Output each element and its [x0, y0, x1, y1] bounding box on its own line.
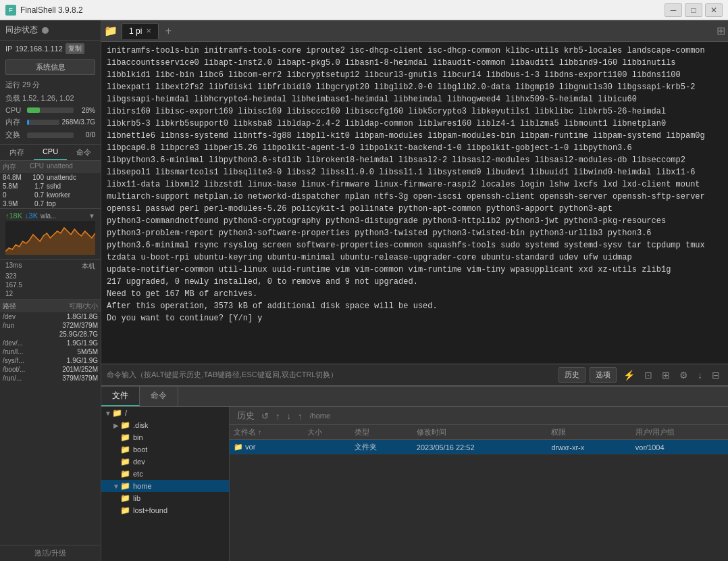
tree-item-lost-found[interactable]: 📁 lost+found: [101, 504, 229, 516]
tab-cpu[interactable]: CPU: [34, 145, 68, 160]
file-modified-cell: 2023/05/16 22:52: [413, 440, 548, 455]
terminal-tab-1[interactable]: 1 pi ✕: [122, 23, 159, 39]
terminal-line: tzdata u-boot-rpi ubuntu-keyring ubuntu-…: [107, 251, 723, 264]
terminal-line: python3-commandnotfound python3-cryptogr…: [107, 215, 723, 227]
tree-item-disk[interactable]: ▶ 📁 .disk: [101, 419, 229, 431]
tab-label: 1 pi: [129, 26, 142, 36]
mem-stat-row: 内存 268M/3.7G: [0, 116, 101, 128]
sidebar-header: 同步状态: [0, 20, 101, 41]
mem-bar-container: [27, 120, 59, 125]
col-modified[interactable]: 修改时间: [413, 425, 548, 440]
grid-view-icon[interactable]: ⊞: [717, 24, 725, 37]
history-button[interactable]: 历史: [558, 367, 586, 383]
file-table: 文件名 ↑ 大小 类型 修改时间 权限 用户/用户组: [230, 425, 728, 455]
copy-ip-button[interactable]: 复制: [66, 43, 84, 54]
col-perms[interactable]: 权限: [547, 425, 631, 440]
add-tab-button[interactable]: +: [160, 23, 176, 39]
col-owner[interactable]: 用户/用户组: [631, 425, 728, 440]
mem-label: 内存: [5, 117, 24, 127]
tree-item-lib[interactable]: 📁 lib: [101, 492, 229, 504]
disk-row[interactable]: /sys/f... 1.9G/1.9G: [0, 356, 101, 365]
download-icon-btn[interactable]: ↓: [695, 368, 705, 382]
tree-label: .disk: [133, 421, 149, 429]
tab-command[interactable]: 命令: [67, 145, 101, 160]
copy-icon-btn[interactable]: ⊡: [642, 368, 655, 382]
bottom-tabs: 文件 命令: [101, 387, 728, 407]
sidebar-tabs: 内存 CPU 命令: [0, 144, 101, 161]
lightning-icon-btn[interactable]: ⚡: [621, 368, 638, 382]
cmd-hint: 命令输入（按ALT键提示历史,TAB键路径,ESC键返回,双击CTRL切换）: [107, 370, 554, 380]
disk-row[interactable]: /boot/... 201M/252M: [0, 365, 101, 374]
ip-label: IP: [5, 45, 12, 53]
minimize-button[interactable]: ─: [665, 3, 682, 17]
process-row[interactable]: 5.8M 1.7 sshd: [0, 182, 101, 191]
disk-row[interactable]: 25.9G/28.7G: [0, 330, 101, 339]
col-size[interactable]: 大小: [303, 425, 350, 440]
folder-icon[interactable]: 📁: [104, 24, 118, 37]
refresh-btn[interactable]: ↺: [259, 410, 271, 422]
tree-label: bin: [133, 433, 143, 441]
upload-btn[interactable]: ↑: [274, 410, 282, 422]
tab-close-icon[interactable]: ✕: [146, 27, 151, 34]
file-row[interactable]: 📁 vor 文件夹 2023/05/16 22:52 drwxr-xr-x vo…: [230, 440, 728, 455]
ip-address: 192.168.1.112: [15, 45, 62, 53]
terminal-line: libgssapi-heimdal libhcrypto4-heimdal li…: [107, 93, 723, 105]
disk-header: 路径 可用/大小: [0, 300, 101, 312]
cpu-stat-row: CPU 28%: [0, 105, 101, 116]
process-row[interactable]: 3.9M 0.7 top: [0, 199, 101, 208]
sys-info-button[interactable]: 系统信息: [5, 59, 95, 75]
tab-memory[interactable]: 内存: [0, 145, 34, 160]
close-button[interactable]: ✕: [705, 3, 723, 17]
tab-files[interactable]: 文件: [101, 387, 140, 406]
history-toolbar-btn[interactable]: 历史: [235, 409, 257, 422]
terminal-line: python3-problem-report python3-software-…: [107, 227, 723, 239]
tab-bar: 📁 1 pi ✕ + ⊞: [101, 20, 728, 42]
new-folder-btn[interactable]: ↑: [296, 410, 305, 422]
terminal-line: libpcap0.8 libpcre3 libperl5.26 libpolki…: [107, 142, 723, 154]
tree-item-root[interactable]: ▼ 📁 /: [101, 407, 229, 419]
tree-item-boot[interactable]: 📁 boot: [101, 443, 229, 456]
select-button[interactable]: 选项: [590, 367, 617, 383]
swap-value: 0/0: [76, 131, 95, 139]
cpu-bar-container: [27, 107, 74, 113]
tree-label: lib: [133, 494, 140, 502]
col-filename[interactable]: 文件名 ↑: [230, 425, 303, 440]
tab-commands[interactable]: 命令: [140, 387, 178, 406]
disk-row[interactable]: /run 372M/379M: [0, 321, 101, 330]
tree-label: etc: [133, 470, 143, 478]
minimize-panel-btn[interactable]: ⊟: [709, 368, 723, 382]
activate-button[interactable]: 激活/升级: [0, 545, 101, 561]
disk-row[interactable]: /run/l... 5M/5M: [0, 347, 101, 356]
terminal-line: update-notifier-common util-linux uuid-r…: [107, 264, 723, 276]
terminal-line: libpython3.6-minimal libpython3.6-stdlib…: [107, 154, 723, 166]
paste-icon-btn[interactable]: ⊞: [659, 368, 673, 382]
cpu-label: CPU: [5, 106, 24, 114]
process-table: 内存 CPU unattend 84.8M 100 unattendc 5.8M…: [0, 161, 101, 208]
disk-row[interactable]: /dev 1.8G/1.8G: [0, 312, 101, 321]
tree-item-bin[interactable]: 📁 bin: [101, 431, 229, 443]
latency-row-3: 167.5: [5, 280, 95, 289]
tree-item-etc[interactable]: 📁 etc: [101, 468, 229, 480]
process-row[interactable]: 84.8M 100 unattendc: [0, 173, 101, 182]
process-row[interactable]: 0 0.7 kworker: [0, 191, 101, 199]
latency-row-4: 12: [5, 289, 95, 298]
tree-item-dev[interactable]: 📁 dev: [101, 456, 229, 468]
tree-label: boot: [133, 445, 147, 454]
terminal-line: libkrb5-3 libkrb5support0 libksba8 libld…: [107, 118, 723, 130]
maximize-button[interactable]: □: [685, 3, 702, 17]
sync-label: 同步状态: [5, 24, 38, 36]
download-toolbar-btn[interactable]: ↓: [285, 410, 294, 422]
file-list: 历史 ↺ ↑ ↓ ↑ /home 文件名 ↑ 大小: [230, 407, 728, 561]
content-area: 📁 1 pi ✕ + ⊞ initramfs-tools-bin initram…: [101, 20, 728, 561]
file-name-cell: 📁 vor: [230, 440, 303, 455]
col-type[interactable]: 类型: [350, 425, 413, 440]
terminal-line: libsepol1 libsmartcols1 libsqlite3-0 lib…: [107, 166, 723, 178]
title-bar: F FinalShell 3.9.8.2 ─ □ ✕: [0, 0, 728, 20]
tree-item-home[interactable]: ▼ 📁 home: [101, 480, 229, 492]
terminal-line: 217 upgraded, 0 newly installed, 0 to re…: [107, 276, 723, 288]
disk-row[interactable]: /run/... 379M/379M: [0, 374, 101, 383]
terminal-line: openssl passwd perl perl-modules-5.26 po…: [107, 203, 723, 215]
settings-icon-btn[interactable]: ⚙: [677, 368, 691, 382]
disk-row[interactable]: /dev/... 1.9G/1.9G: [0, 339, 101, 347]
tree-label: dev: [133, 458, 145, 466]
